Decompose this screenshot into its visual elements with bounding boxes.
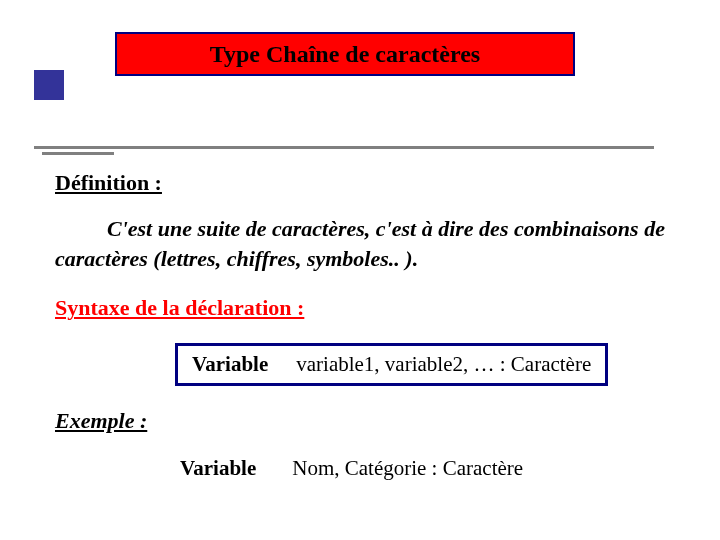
- definition-heading: Définition :: [55, 170, 680, 196]
- title-box: Type Chaîne de caractères: [115, 32, 575, 76]
- example-keyword: Variable: [180, 456, 256, 481]
- content-area: Définition : C'est une suite de caractèr…: [55, 170, 680, 481]
- syntax-keyword: Variable: [192, 352, 268, 377]
- decor-line: [34, 146, 654, 149]
- syntax-args: variable1, variable2, … : Caractère: [296, 352, 591, 377]
- syntax-box: Variable variable1, variable2, … : Carac…: [175, 343, 608, 386]
- definition-body: C'est une suite de caractères, c'est à d…: [55, 214, 680, 273]
- example-args: Nom, Catégorie : Caractère: [292, 456, 523, 481]
- slide-title: Type Chaîne de caractères: [210, 41, 480, 68]
- example-heading: Exemple :: [55, 408, 680, 434]
- decor-line-short: [42, 152, 114, 155]
- syntax-heading: Syntaxe de la déclaration :: [55, 295, 680, 321]
- decor-square: [34, 70, 64, 100]
- example-row: Variable Nom, Catégorie : Caractère: [180, 456, 680, 481]
